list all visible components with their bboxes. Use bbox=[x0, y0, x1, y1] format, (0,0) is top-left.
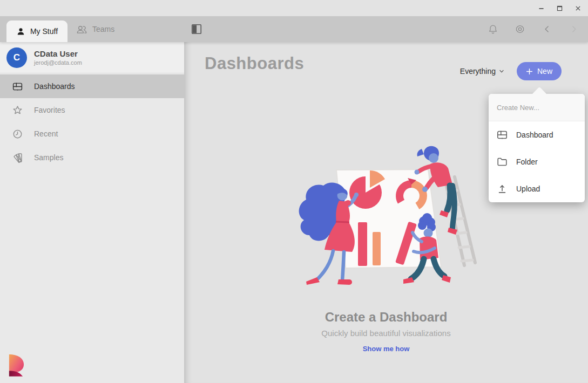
header-actions: Everything New bbox=[460, 62, 562, 80]
forward-chevron-icon[interactable] bbox=[569, 24, 579, 35]
empty-state-subheading: Quickly build beautiful visualizations bbox=[184, 329, 588, 338]
menu-item-dashboard[interactable]: Dashboard bbox=[489, 121, 585, 148]
sidebar-item-label: Dashboards bbox=[34, 82, 75, 91]
main-content: Dashboards Everything New bbox=[184, 42, 588, 383]
sidebar-toggle-icon[interactable] bbox=[191, 23, 202, 35]
sidebar-item-favorites[interactable]: Favorites bbox=[0, 98, 184, 122]
tab-bar: My Stuff Teams bbox=[0, 16, 588, 42]
settings-gear-icon[interactable] bbox=[515, 24, 525, 35]
sidebar-item-samples[interactable]: Samples bbox=[0, 146, 184, 169]
menu-item-label: Upload bbox=[516, 184, 540, 193]
maximize-icon[interactable] bbox=[553, 2, 565, 14]
new-button[interactable]: New bbox=[517, 62, 562, 80]
page-title: Dashboards bbox=[205, 54, 304, 73]
show-me-how-link[interactable]: Show me how bbox=[363, 345, 410, 353]
back-chevron-icon[interactable] bbox=[542, 24, 552, 35]
filter-dropdown[interactable]: Everything bbox=[460, 67, 505, 76]
titlebar bbox=[0, 0, 588, 16]
user-name: CData User bbox=[34, 49, 82, 59]
sidebar-item-label: Samples bbox=[34, 153, 63, 162]
people-icon bbox=[76, 24, 87, 35]
person-icon bbox=[16, 27, 25, 36]
samples-icon bbox=[12, 152, 23, 163]
avatar: C bbox=[6, 47, 27, 68]
dashboard-icon bbox=[12, 81, 23, 92]
dashboard-icon bbox=[496, 129, 508, 141]
reveal-logo bbox=[6, 353, 25, 378]
create-new-menu: Create New... Dashboard Folder Upload bbox=[489, 94, 585, 202]
user-profile[interactable]: C CData User jerodj@cdata.com bbox=[0, 42, 184, 73]
sidebar-item-label: Recent bbox=[34, 129, 58, 138]
menu-item-label: Dashboard bbox=[516, 131, 553, 139]
folder-icon bbox=[496, 156, 508, 168]
sidebar-item-dashboards[interactable]: Dashboards bbox=[0, 74, 184, 98]
create-new-menu-header: Create New... bbox=[489, 94, 585, 121]
user-email: jerodj@cdata.com bbox=[34, 59, 82, 66]
menu-item-upload[interactable]: Upload bbox=[489, 175, 585, 202]
upload-icon bbox=[496, 183, 508, 195]
sidebar: C CData User jerodj@cdata.com Dashboards… bbox=[0, 42, 184, 383]
sidebar-item-recent[interactable]: Recent bbox=[0, 122, 184, 146]
sidebar-item-label: Favorites bbox=[34, 106, 65, 114]
tab-my-stuff[interactable]: My Stuff bbox=[6, 20, 67, 42]
minimize-icon[interactable] bbox=[535, 2, 547, 14]
tab-label: My Stuff bbox=[30, 27, 58, 36]
star-icon bbox=[12, 105, 23, 116]
clock-icon bbox=[12, 128, 23, 140]
chevron-down-icon bbox=[498, 68, 505, 74]
filter-label: Everything bbox=[460, 67, 496, 76]
tab-label: Teams bbox=[92, 25, 114, 33]
empty-state-heading: Create a Dashboard bbox=[184, 310, 588, 325]
plus-icon bbox=[526, 68, 533, 75]
new-button-label: New bbox=[537, 67, 552, 76]
menu-item-label: Folder bbox=[516, 158, 538, 166]
create-dashboard-illustration bbox=[289, 140, 483, 302]
window-controls bbox=[535, 0, 584, 16]
sidebar-nav: Dashboards Favorites Recent Samples bbox=[0, 74, 184, 169]
notifications-bell-icon[interactable] bbox=[488, 24, 498, 35]
tabbar-actions bbox=[488, 16, 579, 42]
close-icon[interactable] bbox=[572, 2, 584, 14]
menu-item-folder[interactable]: Folder bbox=[489, 148, 585, 175]
tab-teams[interactable]: Teams bbox=[76, 16, 114, 42]
